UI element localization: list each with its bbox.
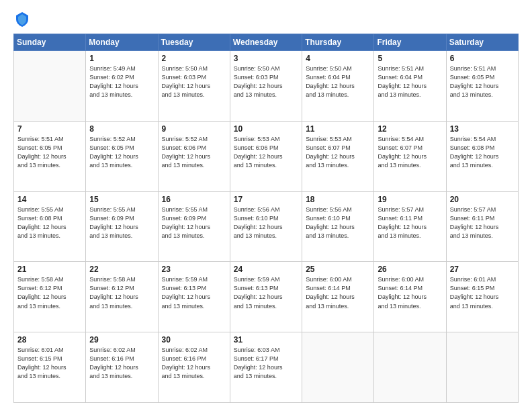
day-number: 1: [89, 54, 154, 63]
day-number: 8: [89, 124, 154, 134]
calendar-cell: 20Sunrise: 5:57 AM Sunset: 6:11 PM Dayli…: [446, 191, 518, 262]
day-info: Sunrise: 5:58 AM Sunset: 6:12 PM Dayligh…: [89, 275, 154, 310]
day-number: 4: [306, 54, 370, 63]
calendar-cell: 12Sunrise: 5:54 AM Sunset: 6:07 PM Dayli…: [374, 121, 446, 191]
day-info: Sunrise: 5:52 AM Sunset: 6:05 PM Dayligh…: [89, 135, 154, 170]
day-number: 29: [89, 335, 154, 345]
weekday-header-row: SundayMondayTuesdayWednesdayThursdayFrid…: [14, 34, 519, 51]
week-row-5: 28Sunrise: 6:01 AM Sunset: 6:15 PM Dayli…: [14, 332, 519, 403]
day-number: 28: [17, 335, 82, 345]
weekday-header-wednesday: Wednesday: [230, 34, 302, 51]
calendar-cell: 9Sunrise: 5:52 AM Sunset: 6:06 PM Daylig…: [158, 121, 230, 191]
day-info: Sunrise: 5:58 AM Sunset: 6:12 PM Dayligh…: [17, 275, 82, 310]
week-row-2: 7Sunrise: 5:51 AM Sunset: 6:05 PM Daylig…: [14, 121, 519, 191]
day-number: 31: [234, 335, 298, 345]
day-number: 17: [234, 195, 298, 204]
day-info: Sunrise: 5:57 AM Sunset: 6:11 PM Dayligh…: [450, 205, 515, 240]
weekday-header-thursday: Thursday: [302, 34, 374, 51]
day-number: 19: [378, 195, 442, 204]
day-number: 15: [89, 195, 154, 204]
day-info: Sunrise: 5:50 AM Sunset: 6:03 PM Dayligh…: [234, 64, 298, 99]
calendar-cell: 17Sunrise: 5:56 AM Sunset: 6:10 PM Dayli…: [230, 191, 302, 262]
day-info: Sunrise: 5:52 AM Sunset: 6:06 PM Dayligh…: [162, 135, 226, 170]
day-number: 7: [17, 124, 82, 134]
day-info: Sunrise: 6:01 AM Sunset: 6:15 PM Dayligh…: [450, 275, 515, 310]
day-info: Sunrise: 5:53 AM Sunset: 6:07 PM Dayligh…: [306, 135, 370, 170]
day-number: 27: [450, 265, 515, 274]
day-info: Sunrise: 5:54 AM Sunset: 6:08 PM Dayligh…: [450, 135, 515, 170]
day-number: 26: [378, 265, 442, 274]
day-info: Sunrise: 6:03 AM Sunset: 6:17 PM Dayligh…: [234, 346, 298, 381]
weekday-header-saturday: Saturday: [446, 34, 518, 51]
day-number: 6: [450, 54, 515, 63]
calendar-cell: 28Sunrise: 6:01 AM Sunset: 6:15 PM Dayli…: [14, 332, 86, 403]
day-info: Sunrise: 5:55 AM Sunset: 6:09 PM Dayligh…: [162, 205, 226, 240]
week-row-1: 1Sunrise: 5:49 AM Sunset: 6:02 PM Daylig…: [14, 51, 519, 122]
day-number: 14: [17, 195, 82, 204]
logo: [13, 12, 28, 27]
day-number: 12: [378, 124, 442, 134]
day-number: 25: [306, 265, 370, 274]
day-number: 23: [162, 265, 226, 274]
calendar-cell: 6Sunrise: 5:51 AM Sunset: 6:05 PM Daylig…: [446, 51, 518, 122]
day-info: Sunrise: 6:00 AM Sunset: 6:14 PM Dayligh…: [306, 275, 370, 310]
week-row-4: 21Sunrise: 5:58 AM Sunset: 6:12 PM Dayli…: [14, 262, 519, 332]
day-number: 11: [306, 124, 370, 134]
header: [13, 12, 519, 27]
calendar-cell: 16Sunrise: 5:55 AM Sunset: 6:09 PM Dayli…: [158, 191, 230, 262]
calendar-cell: 26Sunrise: 6:00 AM Sunset: 6:14 PM Dayli…: [374, 262, 446, 332]
day-info: Sunrise: 6:02 AM Sunset: 6:16 PM Dayligh…: [162, 346, 226, 381]
calendar-cell: [374, 332, 446, 403]
day-info: Sunrise: 5:56 AM Sunset: 6:10 PM Dayligh…: [306, 205, 370, 240]
day-info: Sunrise: 5:57 AM Sunset: 6:11 PM Dayligh…: [378, 205, 442, 240]
day-number: 18: [306, 195, 370, 204]
day-number: 3: [234, 54, 298, 63]
day-info: Sunrise: 5:49 AM Sunset: 6:02 PM Dayligh…: [89, 64, 154, 99]
day-info: Sunrise: 5:51 AM Sunset: 6:04 PM Dayligh…: [378, 64, 442, 99]
weekday-header-sunday: Sunday: [14, 34, 86, 51]
calendar-cell: 31Sunrise: 6:03 AM Sunset: 6:17 PM Dayli…: [230, 332, 302, 403]
weekday-header-friday: Friday: [374, 34, 446, 51]
calendar-cell: 23Sunrise: 5:59 AM Sunset: 6:13 PM Dayli…: [158, 262, 230, 332]
calendar-cell: 25Sunrise: 6:00 AM Sunset: 6:14 PM Dayli…: [302, 262, 374, 332]
calendar-cell: 4Sunrise: 5:50 AM Sunset: 6:04 PM Daylig…: [302, 51, 374, 122]
day-number: 24: [234, 265, 298, 274]
calendar-cell: 15Sunrise: 5:55 AM Sunset: 6:09 PM Dayli…: [86, 191, 158, 262]
calendar-cell: 2Sunrise: 5:50 AM Sunset: 6:03 PM Daylig…: [158, 51, 230, 122]
day-number: 21: [17, 265, 82, 274]
weekday-header-monday: Monday: [86, 34, 158, 51]
calendar-cell: 27Sunrise: 6:01 AM Sunset: 6:15 PM Dayli…: [446, 262, 518, 332]
calendar-cell: 13Sunrise: 5:54 AM Sunset: 6:08 PM Dayli…: [446, 121, 518, 191]
week-row-3: 14Sunrise: 5:55 AM Sunset: 6:08 PM Dayli…: [14, 191, 519, 262]
page: SundayMondayTuesdayWednesdayThursdayFrid…: [0, 0, 532, 411]
day-number: 30: [162, 335, 226, 345]
calendar-table: SundayMondayTuesdayWednesdayThursdayFrid…: [13, 34, 519, 403]
day-info: Sunrise: 5:56 AM Sunset: 6:10 PM Dayligh…: [234, 205, 298, 240]
calendar-cell: [302, 332, 374, 403]
day-info: Sunrise: 5:51 AM Sunset: 6:05 PM Dayligh…: [450, 64, 515, 99]
day-number: 5: [378, 54, 442, 63]
day-info: Sunrise: 5:50 AM Sunset: 6:03 PM Dayligh…: [162, 64, 226, 99]
calendar-cell: 10Sunrise: 5:53 AM Sunset: 6:06 PM Dayli…: [230, 121, 302, 191]
calendar-cell: 5Sunrise: 5:51 AM Sunset: 6:04 PM Daylig…: [374, 51, 446, 122]
day-number: 13: [450, 124, 515, 134]
calendar-cell: 18Sunrise: 5:56 AM Sunset: 6:10 PM Dayli…: [302, 191, 374, 262]
day-info: Sunrise: 5:54 AM Sunset: 6:07 PM Dayligh…: [378, 135, 442, 170]
calendar-cell: [14, 51, 86, 122]
day-info: Sunrise: 5:51 AM Sunset: 6:05 PM Dayligh…: [17, 135, 82, 170]
calendar-cell: 7Sunrise: 5:51 AM Sunset: 6:05 PM Daylig…: [14, 121, 86, 191]
day-info: Sunrise: 6:01 AM Sunset: 6:15 PM Dayligh…: [17, 346, 82, 381]
calendar-cell: 19Sunrise: 5:57 AM Sunset: 6:11 PM Dayli…: [374, 191, 446, 262]
logo-icon: [16, 12, 28, 27]
calendar-cell: 30Sunrise: 6:02 AM Sunset: 6:16 PM Dayli…: [158, 332, 230, 403]
day-info: Sunrise: 5:59 AM Sunset: 6:13 PM Dayligh…: [234, 275, 298, 310]
weekday-header-tuesday: Tuesday: [158, 34, 230, 51]
day-number: 20: [450, 195, 515, 204]
day-number: 16: [162, 195, 226, 204]
day-info: Sunrise: 5:55 AM Sunset: 6:08 PM Dayligh…: [17, 205, 82, 240]
day-number: 22: [89, 265, 154, 274]
day-number: 2: [162, 54, 226, 63]
calendar-cell: 21Sunrise: 5:58 AM Sunset: 6:12 PM Dayli…: [14, 262, 86, 332]
calendar-cell: 11Sunrise: 5:53 AM Sunset: 6:07 PM Dayli…: [302, 121, 374, 191]
day-number: 10: [234, 124, 298, 134]
